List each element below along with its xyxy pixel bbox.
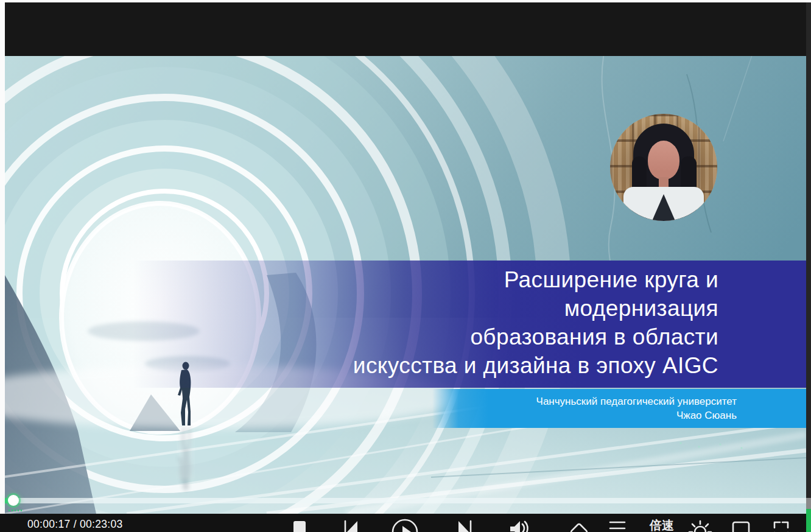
play-button[interactable]: [390, 517, 420, 532]
volume-button[interactable]: [504, 519, 530, 532]
webcam-overlay: [610, 114, 717, 221]
slide-subtitle-university: Чанчуньский педагогический университет: [432, 394, 737, 408]
speed-button[interactable]: 倍速: [650, 517, 674, 532]
stop-icon: [293, 521, 306, 532]
gear-icon: [687, 519, 714, 532]
scrollbar-thumb[interactable]: [806, 498, 811, 509]
seek-handle[interactable]: [8, 495, 19, 506]
mini-player-icon: [728, 521, 754, 532]
mini-player-button[interactable]: [728, 521, 754, 532]
slide-title-line: Расширение круга и: [5, 265, 718, 294]
eraser-button[interactable]: [566, 519, 592, 532]
next-button[interactable]: [452, 520, 479, 532]
slide-subtitle-speaker: Чжао Сюань: [432, 408, 737, 422]
stop-button[interactable]: [286, 521, 313, 532]
playlist-button[interactable]: [604, 519, 631, 532]
slide-title-band: Расширение круга и модернизация образова…: [5, 261, 806, 388]
slide-title-line: модернизация: [5, 294, 718, 323]
presenter-face: [648, 141, 679, 180]
eraser-icon: [566, 519, 592, 532]
player-top-bar: [5, 2, 806, 56]
previous-button[interactable]: [337, 520, 364, 532]
playlist-icon: [604, 519, 631, 532]
video-surface[interactable]: Расширение круга и модернизация образова…: [5, 56, 806, 514]
reflection-glare: [179, 429, 192, 480]
player-control-bar: 00:00:17 / 00:23:03: [0, 514, 811, 532]
slide-title-line: образования в области: [5, 323, 718, 351]
volume-icon: [504, 519, 530, 532]
slide-subtitle-band: Чанчуньский педагогический университет Ч…: [432, 389, 806, 428]
fullscreen-button[interactable]: [768, 521, 795, 532]
seek-bar[interactable]: [5, 498, 806, 503]
play-icon: [390, 517, 420, 532]
time-display: 00:00:17 / 00:23:03: [27, 518, 123, 531]
skip-back-icon: [337, 520, 364, 532]
right-scrollbar-track[interactable]: [806, 2, 811, 532]
skip-forward-icon: [452, 520, 479, 532]
seek-handle-marks: [9, 509, 22, 511]
scrollbar-active-indicator: [806, 509, 811, 532]
slide-title-line: искусства и дизайна в эпоху AIGC: [5, 351, 718, 380]
settings-button[interactable]: [687, 519, 714, 532]
fullscreen-icon: [768, 521, 795, 532]
